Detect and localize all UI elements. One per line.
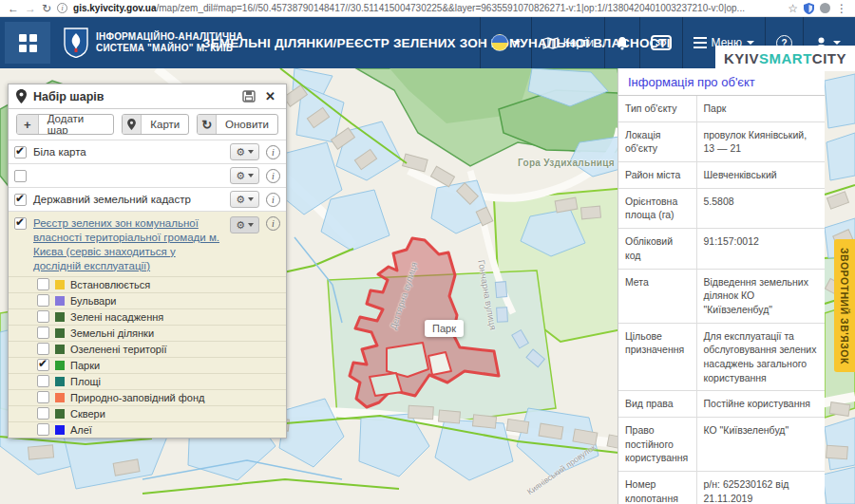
checkbox[interactable] — [14, 194, 27, 206]
row-value: 91:157:0012 — [696, 229, 825, 269]
url-field[interactable]: gis.kyivcity.gov.ua/map/zem_dil#map=16//… — [73, 3, 782, 13]
site-info-icon[interactable]: i — [57, 3, 67, 13]
checkbox[interactable] — [37, 278, 49, 290]
view-3d-button[interactable]: 3D — [640, 17, 682, 68]
feedback-tab-label: ЗВОРОТНИЙ ЗВ'ЯЗОК — [839, 248, 850, 364]
reload-icon[interactable]: ↻ — [42, 3, 51, 14]
browser-menu-icon[interactable]: ⋮ — [836, 3, 847, 14]
layers-panel-header: Набір шарів ✕ — [9, 84, 286, 109]
chevron-down-icon — [248, 174, 254, 177]
checkbox[interactable] — [37, 343, 49, 355]
row-label: Орієнтовна площа (га) — [618, 188, 696, 228]
checkbox[interactable] — [37, 375, 49, 387]
layer-settings-button[interactable]: ⚙ — [230, 167, 259, 184]
chevron-down-icon — [833, 41, 841, 45]
maps-panel-label: Карти — [142, 115, 188, 134]
plus-icon: + — [17, 115, 39, 134]
checkbox[interactable] — [37, 294, 49, 307]
layer-link[interactable]: Реєстр зелених зон комунальної власності… — [33, 216, 223, 273]
layer-row-green-zones: Реєстр зелених зон комунальної власності… — [9, 212, 286, 276]
park-tooltip: Парк — [425, 320, 464, 337]
notifications-button[interactable] — [605, 17, 639, 68]
refresh-button[interactable]: ↻ Оновити — [197, 114, 278, 135]
close-icon[interactable]: ✕ — [262, 89, 278, 103]
layer-settings-button[interactable]: ⚙ — [230, 216, 259, 233]
layer-info-icon[interactable]: i — [266, 169, 280, 183]
layer-info-icon[interactable]: i — [266, 145, 280, 159]
sublayer-label: Бульвари — [70, 295, 117, 307]
sublayer-label: Алеї — [70, 424, 92, 436]
table-row: МетаВідведення земельних ділянок КО "Киї… — [618, 269, 825, 323]
shield-extension-icon[interactable] — [804, 3, 814, 14]
checkbox[interactable] — [37, 391, 49, 403]
table-row: Обліковий код91:157:0012 — [618, 229, 825, 269]
sublayer-label: Встановлюється — [70, 279, 150, 290]
row-value: провулок Киянівський, 13 — 21 — [696, 121, 825, 161]
layer-settings-button[interactable]: ⚙ — [230, 143, 259, 160]
legend-color-chip — [55, 328, 65, 338]
refresh-icon: ↻ — [198, 115, 217, 134]
bookmark-star-icon[interactable]: ☆ — [788, 3, 798, 14]
layer-info-icon[interactable]: i — [266, 216, 280, 231]
chevron-down-icon — [747, 41, 754, 45]
gear-icon: ⚙ — [236, 220, 245, 231]
add-layer-button[interactable]: + Додати шар — [16, 114, 114, 135]
row-value: р/н: 625230162 від 21.11.2019 — [696, 472, 825, 504]
3d-icon: 3D — [651, 35, 672, 50]
row-value: 5.5808 — [696, 188, 825, 228]
row-value: Шевченківський — [696, 162, 825, 189]
extension-icon[interactable] — [820, 3, 830, 13]
browser-address-bar: ← → ↻ i gis.kyivcity.gov.ua/map/zem_dil#… — [0, 0, 855, 17]
checkbox[interactable] — [37, 310, 49, 323]
layer-label: Біла карта — [33, 145, 223, 159]
feedback-tab[interactable]: ЗВОРОТНИЙ ЗВ'ЯЗОК — [834, 239, 855, 372]
object-info-table: Тип об'єктуПарк Локація об'єктупровулок … — [618, 96, 825, 504]
table-row: Номер клопотанняр/н: 625230162 від 21.11… — [618, 472, 825, 504]
hamburger-icon — [694, 37, 707, 48]
ukraine-flag-icon — [491, 34, 508, 51]
layer-row-unnamed: ⚙ i — [9, 164, 286, 188]
maps-button[interactable]: Карти — [532, 17, 604, 68]
sublayer-row: Озеленені території — [9, 341, 286, 357]
checkbox[interactable] — [14, 170, 27, 182]
forward-icon[interactable]: → — [25, 3, 36, 14]
legend-color-chip — [55, 312, 65, 322]
grid-icon — [19, 34, 37, 52]
checkbox[interactable] — [37, 327, 49, 339]
brand-city: CITY — [812, 50, 846, 66]
layer-settings-button[interactable]: ⚙ — [230, 191, 259, 208]
table-row: Право постійного користуванняКО "Київзел… — [618, 418, 825, 472]
checkbox[interactable] — [14, 146, 27, 159]
layer-label: Державний земельний кадастр — [33, 193, 223, 207]
layers-panel-title: Набір шарів — [33, 90, 236, 103]
export-icon[interactable] — [242, 90, 256, 103]
language-switcher[interactable] — [481, 17, 531, 68]
info-panel-title: Інформація про об'єкт — [618, 68, 825, 96]
row-label: Номер клопотання — [618, 472, 696, 504]
maps-button-label: Карти — [563, 36, 594, 49]
sublayer-row: Природно-заповідний фонд — [9, 389, 286, 405]
legend-color-chip — [55, 393, 65, 402]
maps-panel-button[interactable]: Карти — [122, 114, 189, 135]
sublayer-label: Озеленені території — [70, 344, 166, 355]
apps-grid-button[interactable] — [5, 22, 50, 64]
sublayer-label: Земельні ділянки — [70, 327, 154, 339]
checkbox[interactable] — [37, 423, 49, 436]
sublayer-row: Алеї — [9, 421, 286, 438]
row-label: Район міста — [618, 162, 696, 189]
layer-info-icon[interactable]: i — [266, 193, 280, 207]
row-value: Постійне користування — [696, 391, 825, 418]
back-icon[interactable]: ← — [8, 3, 19, 14]
row-label: Тип об'єкту — [618, 96, 696, 121]
sublayer-row: Площі — [9, 373, 286, 389]
map-icon — [542, 37, 559, 49]
checkbox[interactable] — [14, 217, 27, 230]
sublayer-label: Парки — [70, 360, 100, 371]
legend-color-chip — [55, 425, 65, 435]
checkbox[interactable] — [37, 359, 49, 371]
url-path: /map/zem_dil#map=16//50.45738790148417//… — [157, 3, 745, 13]
legend-color-chip — [55, 296, 65, 306]
row-value: Парк — [696, 96, 825, 121]
checkbox[interactable] — [37, 407, 49, 420]
table-row: Цільове призначенняДля експлуатації та о… — [618, 323, 825, 391]
